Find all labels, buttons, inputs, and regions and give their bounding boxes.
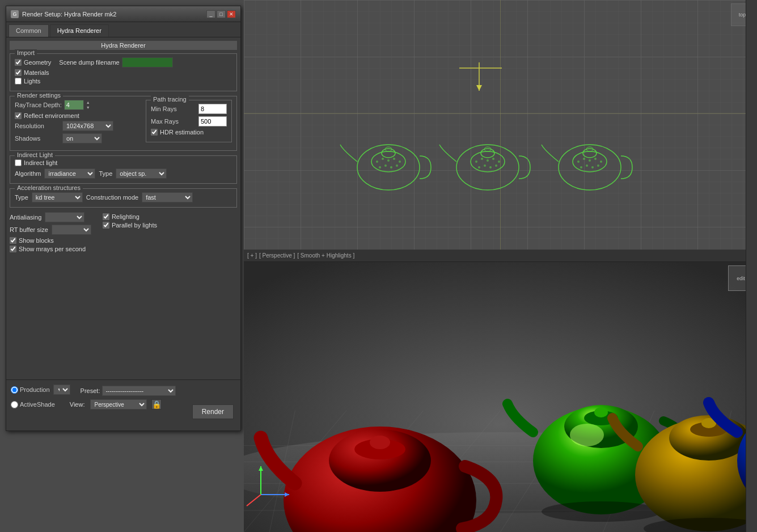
- production-dropdown[interactable]: ▼: [53, 385, 70, 395]
- preset-select[interactable]: --------------------: [102, 386, 176, 396]
- reflect-env-checkbox[interactable]: [15, 112, 22, 119]
- import-group-label: Import: [15, 49, 37, 56]
- show-mrays-checkbox[interactable]: [10, 246, 16, 252]
- dialog-title: Render Setup: Hydra Render mk2: [22, 11, 116, 18]
- indirect-light-checkbox[interactable]: [15, 159, 22, 166]
- svg-point-15: [393, 158, 395, 160]
- resolution-select[interactable]: 1024x768 1920x1080 800x600: [62, 121, 113, 131]
- viewport-perspective[interactable]: [ Perspective ]: [259, 252, 295, 259]
- svg-point-12: [376, 161, 378, 163]
- resolution-row: Resolution 1024x768 1920x1080 800x600: [15, 121, 140, 131]
- raytrace-row: RayTrace Depth: ▲▼: [15, 100, 140, 110]
- activeshade-radio[interactable]: [11, 401, 18, 408]
- svg-point-44: [586, 164, 588, 167]
- type-select2[interactable]: object sp. world sp.: [116, 168, 167, 179]
- top-viewport: top: [244, 0, 757, 250]
- svg-point-20: [396, 164, 398, 167]
- acc-type-select[interactable]: kd tree BVH: [32, 192, 83, 202]
- render-settings-group: Render settings RayTrace Depth: ▲▼ Refle…: [10, 96, 237, 151]
- svg-point-29: [498, 161, 500, 163]
- resolution-label: Resolution: [15, 123, 60, 129]
- rt-buffer-label: RT buffer size: [10, 226, 48, 233]
- construction-label: Construction mode: [86, 194, 138, 201]
- scene-dump-input[interactable]: C:/[Derp]/plu: [122, 57, 173, 67]
- svg-point-70: [542, 501, 661, 522]
- reflect-env-label: Reflect environment: [24, 112, 79, 119]
- construction-select[interactable]: fast quality: [142, 192, 193, 202]
- indirect-light-label: Indirect light: [24, 159, 57, 166]
- show-mrays-label: Show mrays per second: [19, 246, 86, 252]
- show-blocks-label: Show blocks: [19, 237, 54, 244]
- svg-point-32: [489, 166, 492, 168]
- parallel-lights-row: Parallel by lights: [103, 222, 157, 229]
- preset-label: Preset:: [81, 387, 100, 394]
- parallel-lights-checkbox[interactable]: [103, 222, 109, 229]
- svg-point-69: [570, 424, 604, 446]
- activeshade-label: ActiveShade: [20, 401, 55, 408]
- svg-point-33: [495, 164, 497, 167]
- view-lock-button[interactable]: 🔒: [151, 399, 162, 409]
- path-tracing-label: Path tracing: [151, 96, 189, 103]
- geometry-label: Geometry: [24, 59, 51, 66]
- production-radio[interactable]: [11, 386, 18, 394]
- antialiasing-row: Antialiasing 2x 4x: [10, 212, 91, 222]
- indirect-light-group: Indirect Light Indirect light Algorithm …: [10, 155, 237, 184]
- min-rays-input[interactable]: [198, 104, 227, 114]
- svg-point-63: [370, 436, 390, 449]
- maximize-button[interactable]: □: [217, 10, 226, 18]
- viewport-area: top [ + ] [ Perspective ] [ Smooth + Hig…: [244, 0, 757, 532]
- close-button[interactable]: ✕: [227, 10, 236, 18]
- svg-point-28: [492, 158, 494, 160]
- svg-point-16: [399, 161, 401, 163]
- show-mrays-row: Show mrays per second: [10, 246, 91, 252]
- geometry-checkbox[interactable]: [15, 59, 22, 66]
- dialog-bottom-bar: Production ▼ Preset: -------------------…: [6, 379, 240, 430]
- preset-section: Preset: --------------------: [81, 386, 176, 396]
- raytrace-spinner[interactable]: ▲▼: [86, 100, 90, 110]
- max-rays-input[interactable]: [198, 116, 227, 126]
- materials-checkbox[interactable]: [15, 69, 22, 76]
- svg-point-42: [600, 161, 602, 163]
- render-scene: edit: [244, 262, 757, 532]
- viewport-shading[interactable]: [ Smooth + Highlights ]: [297, 252, 354, 259]
- hdr-checkbox[interactable]: [151, 129, 158, 136]
- relighting-checkbox[interactable]: [103, 213, 109, 220]
- reflect-env-row: Reflect environment: [15, 112, 140, 119]
- rt-buffer-row: RT buffer size 256 512: [10, 225, 91, 235]
- lights-row: Lights: [15, 78, 232, 85]
- indirect-light-row: Indirect light: [15, 159, 232, 166]
- svg-point-13: [382, 158, 384, 160]
- tab-hydra-renderer[interactable]: Hydra Renderer: [50, 24, 109, 37]
- lights-checkbox[interactable]: [15, 78, 22, 85]
- acc-struct-label: Acceleration structures: [15, 184, 83, 191]
- rt-buffer-select[interactable]: 256 512: [52, 225, 91, 235]
- preset-row: Production ▼: [11, 385, 70, 395]
- render-button[interactable]: Render: [192, 404, 234, 419]
- render-setup-dialog: G Render Setup: Hydra Render mk2 _ □ ✕ C…: [6, 6, 241, 431]
- algorithm-label: Algorithm: [15, 170, 41, 177]
- import-group: Import Geometry Scene dump filename C:/[…: [10, 53, 237, 91]
- antialiasing-select[interactable]: 2x 4x: [45, 212, 84, 222]
- materials-label: Materials: [24, 69, 49, 76]
- right-sidebar: [746, 0, 757, 532]
- viewport-plus[interactable]: [ + ]: [247, 252, 257, 259]
- shadows-label: Shadows: [15, 135, 60, 142]
- raytrace-input[interactable]: [64, 100, 84, 110]
- minimize-button[interactable]: _: [206, 10, 215, 18]
- show-blocks-checkbox[interactable]: [10, 237, 16, 244]
- render-settings-label: Render settings: [15, 92, 63, 99]
- raytrace-label: RayTrace Depth:: [15, 102, 62, 108]
- shadows-select[interactable]: on off: [62, 133, 102, 143]
- algorithm-select[interactable]: irradiance path tracing: [44, 168, 95, 179]
- indirect-light-grid: Algorithm irradiance path tracing Type o…: [15, 168, 232, 179]
- max-rays-label: Max Rays: [151, 118, 196, 125]
- svg-point-43: [580, 166, 582, 168]
- panel-content: Hydra Renderer Import Geometry Scene dum…: [6, 37, 240, 411]
- dialog-window-controls: _ □ ✕: [206, 10, 236, 18]
- tab-common[interactable]: Common: [9, 24, 49, 37]
- max-rays-row: Max Rays: [151, 116, 227, 126]
- show-blocks-row: Show blocks: [10, 237, 91, 244]
- dialog-icon: G: [11, 10, 19, 18]
- view-select[interactable]: Perspective Front Top: [90, 399, 147, 409]
- rendered-scene-svg: [244, 262, 757, 532]
